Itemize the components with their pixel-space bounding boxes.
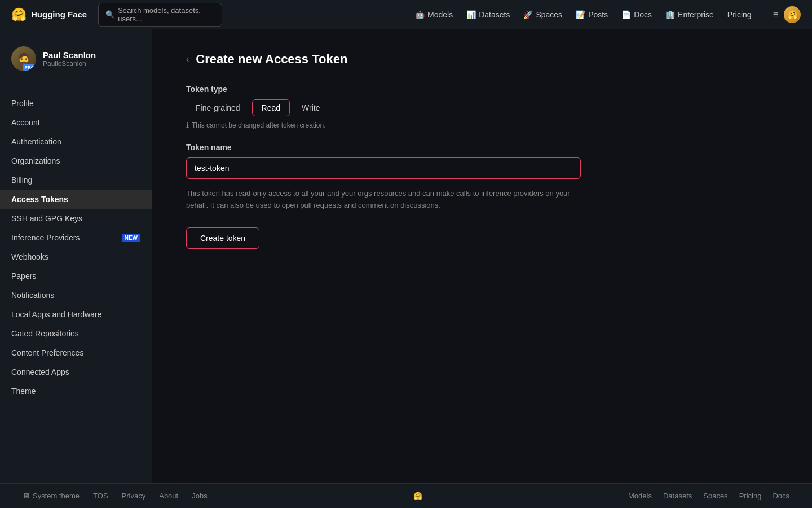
docs-icon: 📄 <box>621 10 631 19</box>
spaces-icon: 🚀 <box>523 10 533 19</box>
footer-about[interactable]: About <box>159 492 178 500</box>
theme-button[interactable]: 🖥 System theme <box>23 492 80 500</box>
sidebar-item-profile[interactable]: Profile <box>0 94 152 113</box>
search-bar[interactable]: 🔍 Search models, datasets, users... <box>98 3 222 27</box>
create-token-button[interactable]: Create token <box>186 227 259 249</box>
sidebar-item-account-label: Account <box>11 118 40 127</box>
sidebar-item-access-tokens[interactable]: Access Tokens <box>0 190 152 209</box>
sidebar-item-authentication[interactable]: Authentication <box>0 132 152 151</box>
header: 🤗 Hugging Face 🔍 Search models, datasets… <box>0 0 812 29</box>
nav-enterprise[interactable]: 🏢 Enterprise <box>660 7 720 22</box>
footer: 🖥 System theme TOS Privacy About Jobs 🤗 … <box>0 483 812 508</box>
nav-pricing-label: Pricing <box>727 10 752 19</box>
token-name-input[interactable] <box>186 157 581 179</box>
sidebar-item-theme[interactable]: Theme <box>0 382 152 401</box>
sidebar-item-theme-label: Theme <box>11 387 36 396</box>
back-button[interactable]: ‹ <box>186 54 189 64</box>
nav-datasets[interactable]: 📊 Datasets <box>461 7 515 22</box>
sidebar-item-notifications-label: Notifications <box>11 291 54 300</box>
footer-docs[interactable]: Docs <box>773 492 789 500</box>
logo[interactable]: 🤗 Hugging Face <box>11 7 87 22</box>
main-nav: 🤖 Models 📊 Datasets 🚀 Spaces 📝 Posts 📄 D… <box>409 7 757 22</box>
nav-pricing[interactable]: Pricing <box>722 7 757 22</box>
sidebar-item-content-prefs-label: Content Preferences <box>11 348 83 357</box>
footer-datasets[interactable]: Datasets <box>663 492 692 500</box>
nav-enterprise-label: Enterprise <box>678 10 714 19</box>
user-info: Paul Scanlon PaulieScanlon <box>43 50 96 68</box>
sidebar-item-ssh-gpg[interactable]: SSH and GPG Keys <box>0 209 152 228</box>
user-avatar-header[interactable]: 🤗 <box>784 6 801 23</box>
sidebar-item-authentication-label: Authentication <box>11 137 61 146</box>
sidebar-item-webhooks-label: Webhooks <box>11 252 48 261</box>
sidebar-item-inference-providers-label: Inference Providers <box>11 233 80 242</box>
nav-spaces[interactable]: 🚀 Spaces <box>518 7 568 22</box>
sidebar-item-access-tokens-label: Access Tokens <box>11 195 68 204</box>
token-type-fine-grained[interactable]: Fine-grained <box>186 99 250 116</box>
footer-models[interactable]: Models <box>628 492 652 500</box>
main-content: ‹ Create new Access Token Token type Fin… <box>152 29 812 483</box>
footer-privacy[interactable]: Privacy <box>122 492 146 500</box>
info-icon: ℹ <box>186 121 189 129</box>
sidebar-item-billing[interactable]: Billing <box>0 170 152 190</box>
sidebar-user: 🧔 PRO Paul Scanlon PaulieScanlon <box>0 46 152 85</box>
footer-center-logo: 🤗 <box>413 492 422 500</box>
user-avatar: 🧔 PRO <box>11 46 36 71</box>
page-title: Create new Access Token <box>196 52 347 67</box>
nav-models[interactable]: 🤖 Models <box>409 7 458 22</box>
sidebar-item-ssh-gpg-label: SSH and GPG Keys <box>11 214 82 223</box>
search-icon: 🔍 <box>105 10 114 19</box>
header-right: ≡ 🤗 <box>773 6 801 23</box>
token-type-write[interactable]: Write <box>292 99 329 116</box>
search-placeholder: Search models, datasets, users... <box>118 6 215 23</box>
sidebar-item-organizations[interactable]: Organizations <box>0 151 152 170</box>
enterprise-icon: 🏢 <box>665 10 675 19</box>
nav-posts[interactable]: 📝 Posts <box>570 7 614 22</box>
logo-text: Hugging Face <box>31 10 87 19</box>
footer-tos[interactable]: TOS <box>93 492 108 500</box>
sidebar-item-inference-providers[interactable]: Inference Providers NEW <box>0 228 152 247</box>
sidebar-item-gated-repos[interactable]: Gated Repositories <box>0 324 152 343</box>
sidebar-item-organizations-label: Organizations <box>11 156 60 165</box>
nav-docs-label: Docs <box>634 10 652 19</box>
sidebar-item-local-apps[interactable]: Local Apps and Hardware <box>0 305 152 324</box>
nav-models-label: Models <box>427 10 453 19</box>
sidebar: 🧔 PRO Paul Scanlon PaulieScanlon Profile… <box>0 29 152 483</box>
nav-datasets-label: Datasets <box>479 10 510 19</box>
token-type-info-text: This cannot be changed after token creat… <box>192 121 326 129</box>
sidebar-item-gated-repos-label: Gated Repositories <box>11 329 79 338</box>
main-container: 🧔 PRO Paul Scanlon PaulieScanlon Profile… <box>0 29 812 483</box>
sidebar-item-profile-label: Profile <box>11 99 34 108</box>
pro-badge: PRO <box>23 64 36 71</box>
sidebar-item-webhooks[interactable]: Webhooks <box>0 247 152 266</box>
footer-pricing[interactable]: Pricing <box>739 492 762 500</box>
menu-icon[interactable]: ≡ <box>773 10 778 20</box>
sidebar-item-connected-apps[interactable]: Connected Apps <box>0 362 152 382</box>
sidebar-item-billing-label: Billing <box>11 176 32 185</box>
logo-icon: 🤗 <box>11 7 27 22</box>
posts-icon: 📝 <box>576 10 585 19</box>
sidebar-item-account[interactable]: Account <box>0 113 152 132</box>
theme-label: System theme <box>33 492 80 500</box>
footer-jobs[interactable]: Jobs <box>192 492 207 500</box>
nav-docs[interactable]: 📄 Docs <box>616 7 657 22</box>
create-token-form: Token type Fine-grained Read Write ℹ Thi… <box>186 85 581 249</box>
token-type-info: ℹ This cannot be changed after token cre… <box>186 121 581 129</box>
new-badge: NEW <box>122 234 140 242</box>
user-name: Paul Scanlon <box>43 50 96 60</box>
token-type-label: Token type <box>186 85 581 94</box>
token-description: This token has read-only access to all y… <box>186 188 581 212</box>
footer-logo-icon: 🤗 <box>413 492 422 500</box>
sidebar-item-notifications[interactable]: Notifications <box>0 286 152 305</box>
sidebar-nav: Profile Account Authentication Organizat… <box>0 91 152 404</box>
sidebar-item-content-prefs[interactable]: Content Preferences <box>0 343 152 362</box>
sidebar-item-papers-label: Papers <box>11 271 36 281</box>
footer-right-links: Models Datasets Spaces Pricing Docs <box>628 492 789 500</box>
datasets-icon: 📊 <box>466 10 476 19</box>
footer-spaces[interactable]: Spaces <box>703 492 727 500</box>
models-icon: 🤖 <box>415 10 425 19</box>
page-header: ‹ Create new Access Token <box>186 52 778 67</box>
nav-posts-label: Posts <box>588 10 608 19</box>
token-type-read[interactable]: Read <box>252 99 290 116</box>
sidebar-item-papers[interactable]: Papers <box>0 266 152 286</box>
token-name-label: Token name <box>186 143 581 152</box>
